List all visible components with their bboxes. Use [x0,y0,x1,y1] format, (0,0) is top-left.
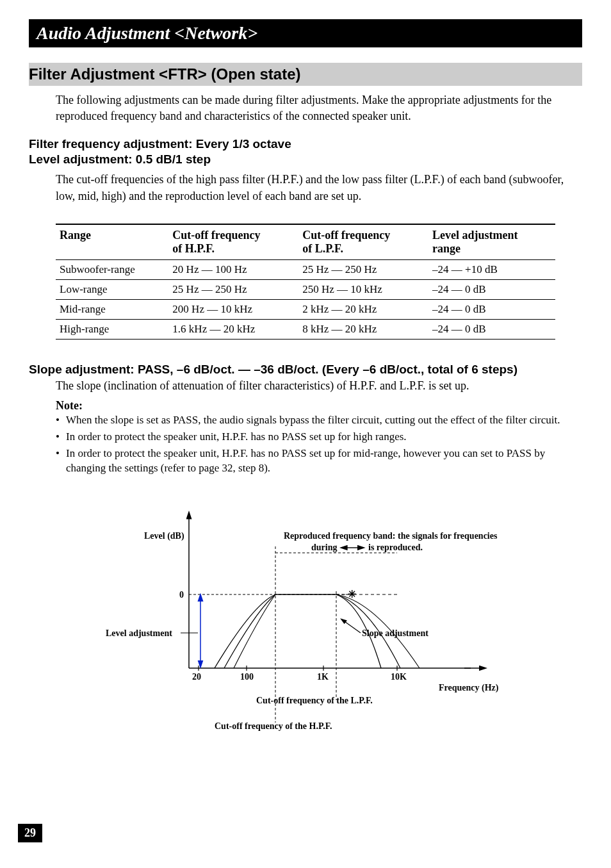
svg-text:Frequency (Hz): Frequency (Hz) [439,683,499,693]
title-bar: Audio Adjustment <Network> [29,19,582,47]
table-cell: –24 — 0 dB [428,299,555,319]
table-cell: Low-range [56,279,168,299]
svg-text:Cut-off frequency of the H.P.F: Cut-off frequency of the H.P.F. [215,721,332,731]
table-row: Subwoofer-range20 Hz — 100 Hz25 Hz — 250… [56,259,555,279]
note-item: When the slope is set as PASS, the audio… [56,413,582,428]
intro-paragraph: The following adjustments can be made du… [56,92,582,124]
table-cell: –24 — 0 dB [428,319,555,339]
svg-text:Reproduced frequency band: the: Reproduced frequency band: the signals f… [284,531,498,541]
note-item: In order to protect the speaker unit, H.… [56,429,582,445]
table-cell: 20 Hz — 100 Hz [168,259,298,279]
table-header-row: Range Cut-off frequencyof H.P.F. Cut-off… [56,224,555,260]
slope-body: The slope (inclination of attenuation of… [56,378,582,394]
slope-heading: Slope adjustment: PASS, –6 dB/oct. — –36… [29,363,582,377]
table-row: Mid-range200 Hz — 10 kHz2 kHz — 20 kHz–2… [56,299,555,319]
subheading-block: Filter frequency adjustment: Every 1/3 o… [29,137,582,167]
svg-text:100: 100 [240,672,254,682]
table-row: Low-range25 Hz — 250 Hz250 Hz — 10 kHz–2… [56,279,555,299]
th-range: Range [56,224,168,260]
th-hpf: Cut-off frequencyof H.P.F. [168,224,298,260]
note-label: Note: [56,399,582,413]
table-cell: 25 Hz — 250 Hz [298,259,428,279]
svg-text:1K: 1K [317,672,329,682]
filter-table: Range Cut-off frequencyof H.P.F. Cut-off… [56,224,555,340]
section-header: Filter Adjustment <FTR> (Open state) [29,63,582,86]
table-cell: Mid-range [56,299,168,319]
note-list: When the slope is set as PASS, the audio… [56,413,582,476]
filter-diagram: Level (dB) 0 Level adjustment 20 100 1K … [106,508,516,739]
table-cell: 250 Hz — 10 kHz [298,279,428,299]
svg-text:✳: ✳ [348,589,356,600]
svg-text:Slope adjustment: Slope adjustment [362,628,428,638]
filter-freq-heading: Filter frequency adjustment: Every 1/3 o… [29,137,582,151]
table-cell: 1.6 kHz — 20 kHz [168,319,298,339]
svg-text:10K: 10K [391,672,407,682]
svg-text:is reproduced.: is reproduced. [368,543,423,552]
svg-text:during: during [311,543,337,552]
svg-text:20: 20 [192,672,201,682]
table-cell: 25 Hz — 250 Hz [168,279,298,299]
svg-line-26 [343,620,361,633]
table-cell: –24 — +10 dB [428,259,555,279]
table-cell: 2 kHz — 20 kHz [298,299,428,319]
note-item: In order to protect the speaker unit, H.… [56,446,582,477]
table-cell: High-range [56,319,168,339]
table-cell: Subwoofer-range [56,259,168,279]
th-level: Level adjustmentrange [428,224,555,260]
body-paragraph-1: The cut-off frequencies of the high pass… [56,172,582,204]
table-row: High-range1.6 kHz — 20 kHz8 kHz — 20 kHz… [56,319,555,339]
table-cell: 200 Hz — 10 kHz [168,299,298,319]
svg-text:Level (dB): Level (dB) [144,531,184,541]
level-adj-heading: Level adjustment: 0.5 dB/1 step [29,152,582,167]
table-cell: 8 kHz — 20 kHz [298,319,428,339]
svg-text:0: 0 [179,590,184,600]
table-cell: –24 — 0 dB [428,279,555,299]
svg-text:Cut-off frequency of the L.P.F: Cut-off frequency of the L.P.F. [256,696,373,705]
svg-text:Level adjustment: Level adjustment [106,628,172,638]
th-lpf: Cut-off frequencyof L.P.F. [298,224,428,260]
